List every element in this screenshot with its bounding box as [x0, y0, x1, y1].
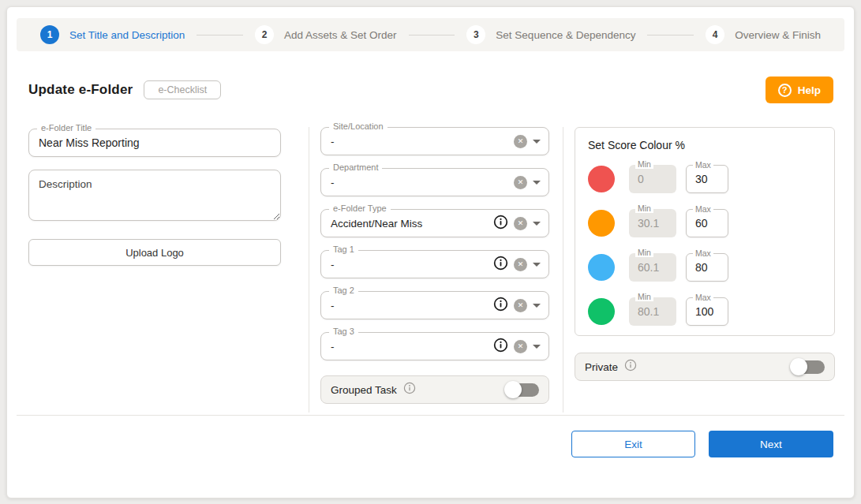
step-2-label: Add Assets & Set Order	[284, 29, 397, 41]
efolder-type-value: Accident/Near Miss	[331, 218, 493, 230]
step-1-number: 1	[40, 25, 59, 44]
max-label: Max	[693, 204, 713, 214]
tag3-label: Tag 3	[329, 327, 358, 336]
info-icon[interactable]	[493, 338, 508, 356]
chevron-down-icon[interactable]	[533, 140, 541, 144]
min-label: Min	[635, 248, 653, 257]
site-location-select[interactable]: Site/Location - ✕	[320, 127, 549, 155]
tag3-value: -	[331, 341, 493, 353]
footer-divider	[17, 415, 844, 416]
max-label: Max	[693, 248, 713, 258]
min-field-green: Min	[629, 297, 676, 326]
score-row-blue: Min Max	[588, 253, 822, 282]
info-icon[interactable]	[493, 256, 508, 274]
max-input-green[interactable]	[687, 298, 728, 325]
help-button[interactable]: ? Help	[766, 77, 833, 103]
right-column: Set Score Colour % Min Max Min	[575, 121, 835, 381]
clear-icon[interactable]: ✕	[514, 135, 527, 148]
red-colour-swatch	[588, 166, 615, 192]
step-4-overview[interactable]: 4 Overview & Finish	[706, 25, 821, 44]
step-3-number: 3	[466, 25, 485, 44]
step-1-label: Set Title and Description	[69, 29, 185, 41]
exit-button[interactable]: Exit	[571, 431, 695, 457]
clear-icon[interactable]: ✕	[514, 217, 527, 230]
step-4-number: 4	[706, 25, 724, 44]
min-label: Min	[635, 292, 653, 301]
min-input-red	[629, 165, 676, 193]
grouped-task-row: Grouped Task	[320, 375, 549, 404]
blue-colour-swatch	[588, 254, 615, 281]
tag2-label: Tag 2	[329, 286, 358, 295]
site-location-value: -	[331, 136, 514, 147]
middle-column: Site/Location - ✕ Department - ✕ e-Folde…	[320, 121, 549, 404]
min-field-orange: Min	[629, 209, 676, 237]
tag2-select[interactable]: Tag 2 - ✕	[320, 291, 549, 319]
info-icon[interactable]	[624, 359, 637, 375]
step-connector	[647, 35, 694, 35]
info-icon[interactable]	[493, 215, 508, 233]
step-3-label: Set Sequence & Dependency	[496, 29, 635, 41]
step-4-label: Overview & Finish	[735, 29, 821, 41]
score-row-red: Min Max	[588, 165, 822, 193]
grouped-task-toggle[interactable]	[504, 381, 539, 398]
max-label: Max	[693, 293, 713, 302]
toggle-knob	[504, 381, 522, 398]
toggle-knob	[790, 358, 807, 375]
tag1-select[interactable]: Tag 1 - ✕	[320, 250, 549, 278]
orange-colour-swatch	[588, 210, 615, 237]
upload-logo-button[interactable]: Upload Logo	[28, 239, 281, 266]
e-checklist-button[interactable]: e-Checklist	[144, 80, 221, 99]
chevron-down-icon[interactable]	[533, 263, 541, 267]
step-2-add-assets[interactable]: 2 Add Assets & Set Order	[255, 25, 397, 44]
clear-icon[interactable]: ✕	[514, 299, 527, 312]
chevron-down-icon[interactable]	[533, 181, 541, 185]
clear-icon[interactable]: ✕	[514, 258, 527, 271]
info-icon[interactable]	[493, 297, 508, 315]
efolder-title-label: e-Folder Title	[37, 123, 95, 133]
page-title: Update e-Folder	[28, 82, 133, 98]
score-row-green: Min Max	[588, 297, 822, 326]
tag1-value: -	[331, 259, 493, 271]
left-column: e-Folder Title Upload Logo	[28, 121, 281, 266]
step-connector	[197, 35, 243, 35]
step-1-set-title[interactable]: 1 Set Title and Description	[40, 25, 185, 44]
green-colour-swatch	[588, 298, 615, 325]
efolder-title-input[interactable]	[29, 129, 280, 156]
min-field-red: Min	[629, 165, 676, 193]
page-header: Update e-Folder e-Checklist ? Help	[28, 75, 833, 105]
max-field-red: Max	[686, 165, 728, 193]
max-input-orange[interactable]	[687, 210, 728, 237]
department-value: -	[331, 177, 514, 189]
department-label: Department	[329, 162, 382, 172]
chevron-down-icon[interactable]	[533, 222, 541, 226]
next-button[interactable]: Next	[709, 431, 833, 457]
column-divider	[563, 127, 563, 413]
info-icon[interactable]	[403, 382, 416, 398]
description-textarea[interactable]	[28, 170, 281, 221]
efolder-title-field: e-Folder Title	[28, 129, 281, 157]
tag3-select[interactable]: Tag 3 - ✕	[320, 332, 549, 360]
min-field-blue: Min	[629, 253, 676, 282]
step-connector	[409, 35, 455, 35]
clear-icon[interactable]: ✕	[514, 340, 527, 353]
tag2-value: -	[331, 300, 493, 312]
max-input-blue[interactable]	[687, 254, 728, 281]
efolder-type-select[interactable]: e-Folder Type Accident/Near Miss ✕	[320, 209, 549, 237]
efolder-type-label: e-Folder Type	[329, 203, 391, 213]
private-row: Private	[575, 353, 835, 381]
max-field-orange: Max	[686, 209, 728, 237]
min-label: Min	[635, 159, 653, 169]
clear-icon[interactable]: ✕	[514, 176, 527, 189]
step-3-sequence[interactable]: 3 Set Sequence & Dependency	[466, 25, 635, 44]
private-label: Private	[585, 361, 618, 373]
chevron-down-icon[interactable]	[533, 345, 541, 349]
wizard-stepper: 1 Set Title and Description 2 Add Assets…	[17, 18, 844, 51]
grouped-task-label: Grouped Task	[331, 384, 397, 396]
private-toggle[interactable]	[790, 358, 825, 375]
step-2-number: 2	[255, 25, 274, 44]
department-select[interactable]: Department - ✕	[320, 168, 549, 196]
chevron-down-icon[interactable]	[533, 304, 541, 308]
main-card: 1 Set Title and Description 2 Add Assets…	[6, 6, 855, 498]
help-button-label: Help	[798, 84, 821, 96]
max-input-red[interactable]	[687, 166, 728, 192]
